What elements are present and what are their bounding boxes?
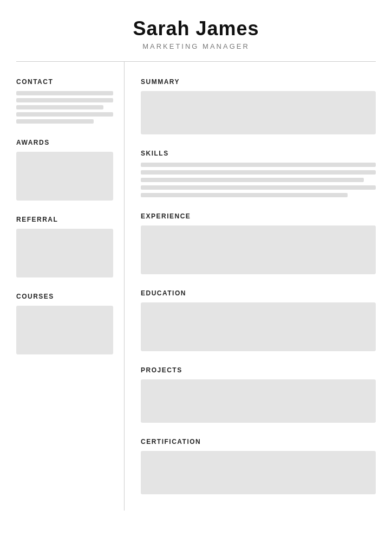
referral-label: REFERRAL (16, 216, 113, 223)
contact-line-2 (16, 98, 113, 102)
skills-line-4 (141, 185, 376, 190)
awards-section: AWARDS (16, 139, 113, 201)
awards-block (16, 152, 113, 201)
education-section: EDUCATION (141, 289, 376, 351)
projects-label: PROJECTS (141, 366, 376, 374)
education-label: EDUCATION (141, 289, 376, 297)
awards-label: AWARDS (16, 139, 113, 146)
experience-label: EXPERIENCE (141, 212, 376, 220)
referral-section: REFERRAL (16, 216, 113, 278)
courses-block (16, 306, 113, 354)
skills-label: SKILLS (141, 150, 376, 157)
projects-block (141, 379, 376, 423)
referral-block (16, 229, 113, 278)
summary-section: SUMMARY (141, 78, 376, 134)
name: Sarah James (0, 17, 392, 40)
summary-label: SUMMARY (141, 78, 376, 86)
contact-line-3 (16, 105, 103, 109)
left-column: CONTACT AWARDS REFERRAL COURSES (16, 62, 125, 511)
contact-line-5 (16, 119, 94, 124)
experience-section: EXPERIENCE (141, 212, 376, 274)
job-title: MARKETING MANAGER (0, 42, 392, 50)
certification-label: CERTIFICATION (141, 438, 376, 446)
contact-section: CONTACT (16, 78, 113, 124)
education-block (141, 302, 376, 351)
certification-section: CERTIFICATION (141, 438, 376, 494)
experience-block (141, 225, 376, 274)
contact-label: CONTACT (16, 78, 113, 86)
projects-section: PROJECTS (141, 366, 376, 423)
courses-section: COURSES (16, 293, 113, 354)
skills-line-2 (141, 170, 376, 175)
summary-block (141, 91, 376, 134)
resume-header: Sarah James MARKETING MANAGER (0, 0, 392, 61)
contact-lines (16, 91, 113, 124)
skills-line-5 (141, 193, 348, 197)
certification-block (141, 451, 376, 494)
skills-line-1 (141, 163, 376, 167)
skills-lines (141, 163, 376, 197)
contact-line-4 (16, 112, 113, 117)
skills-section: SKILLS (141, 150, 376, 197)
right-column: SUMMARY SKILLS EXPERIENCE EDUCATION (125, 62, 376, 511)
resume-body: CONTACT AWARDS REFERRAL COURSES (0, 62, 392, 511)
skills-line-3 (141, 178, 364, 182)
courses-label: COURSES (16, 293, 113, 300)
contact-line-1 (16, 91, 113, 95)
